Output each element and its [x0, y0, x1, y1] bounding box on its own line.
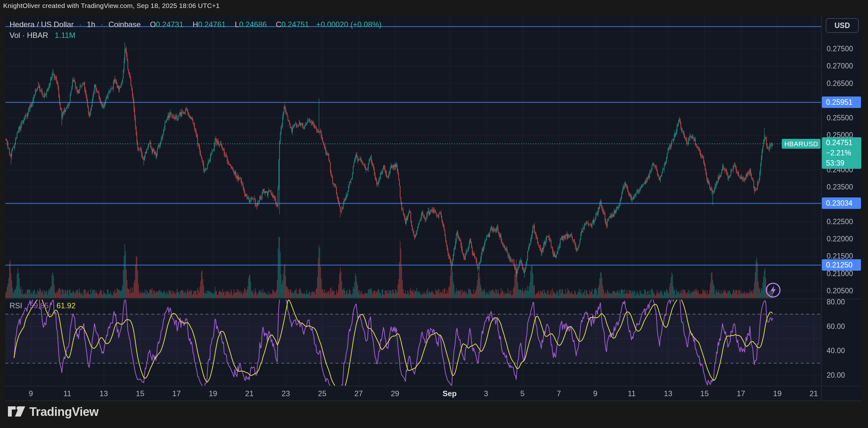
rsi-tick-label: 40.00 [827, 346, 861, 356]
price-line-label: 0.25951 [822, 96, 861, 108]
time-tick-label: 23 [272, 389, 300, 398]
tradingview-snapshot: KnightOliver created with TradingView.co… [0, 0, 868, 428]
time-tick-label: 21 [235, 389, 264, 398]
volume-legend[interactable]: Vol · HBAR 1.11M [9, 31, 75, 40]
interval-label: 1h [87, 20, 95, 29]
attribution-text: KnightOliver created with TradingView.co… [3, 2, 220, 9]
time-tick-label: 17 [162, 389, 191, 398]
bar-countdown: 53:39 [826, 158, 861, 168]
current-price-value: 0.24751 [826, 137, 861, 148]
symbol-price-tag: HBARUSD [782, 139, 820, 149]
rsi-label: RSI [9, 301, 22, 310]
price-tick-label: 0.27500 [827, 44, 861, 54]
price-tick-label: 0.20500 [827, 286, 861, 296]
time-tick-label: 13 [654, 389, 682, 398]
price-tick-label: 0.26500 [827, 79, 861, 88]
volume-value: 1.11M [55, 31, 75, 39]
change-value: +0.00020 (+0.08%) [316, 20, 382, 29]
time-tick-label: 15 [126, 389, 154, 398]
price-line-label: 0.21250 [822, 259, 861, 271]
time-tick-label: 11 [618, 389, 646, 398]
time-tick-label: 13 [89, 389, 118, 398]
price-tick-label: 0.25500 [827, 113, 861, 123]
legend-separator: · [101, 20, 103, 29]
open-key: O [150, 20, 156, 29]
current-price-change: −2.21% [826, 148, 861, 158]
price-tick-label: 0.22000 [827, 234, 861, 244]
price-tick-label: 0.27000 [827, 61, 861, 71]
time-tick-label: 11 [53, 389, 82, 398]
symbol-title: Hedera / US Dollar [9, 20, 73, 29]
price-tick-label: 0.22500 [827, 217, 861, 226]
tradingview-logo-text: TradingView [29, 405, 99, 419]
rsi-tick-label: 80.00 [827, 297, 861, 307]
rsi-tick-label: 20.00 [827, 370, 861, 380]
rsi-tick-label: 60.00 [827, 322, 861, 331]
symbol-legend[interactable]: Hedera / US Dollar · 1h · Coinbase O0.24… [9, 20, 382, 29]
high-value: 0.24761 [198, 20, 226, 29]
time-tick-label: Sep [435, 389, 464, 398]
open-value: 0.24731 [156, 20, 184, 29]
time-tick-label: 29 [381, 389, 409, 398]
time-tick-label: 5 [508, 389, 537, 398]
high-key: H [192, 20, 198, 29]
time-tick-label: 17 [727, 389, 755, 398]
low-key: L [235, 20, 239, 29]
time-tick-label: 19 [763, 389, 792, 398]
time-tick-label: 19 [198, 389, 227, 398]
close-value: 0.24751 [281, 20, 309, 29]
price-line-label: 0.23034 [822, 197, 861, 209]
time-tick-label: 3 [472, 389, 500, 398]
tradingview-logo[interactable]: TradingView [8, 405, 99, 419]
tradingview-mark-icon [8, 406, 26, 418]
time-tick-label: 9 [17, 389, 45, 398]
volume-label: Vol · HBAR [9, 31, 48, 39]
low-value: 0.24686 [239, 20, 267, 29]
exchange-label: Coinbase [108, 20, 141, 29]
time-tick-label: 15 [690, 389, 719, 398]
rsi-legend[interactable]: RSI 59.85 61.92 [9, 301, 75, 310]
close-key: C [276, 20, 281, 29]
rsi-value: 59.85 [30, 301, 49, 310]
currency-toggle-button[interactable]: USD [826, 18, 859, 33]
legend-separator: · [79, 20, 82, 29]
time-tick-label: 27 [344, 389, 373, 398]
current-price-label: 0.24751 −2.21% 53:39 [822, 137, 861, 169]
time-tick-label: 25 [308, 389, 336, 398]
lightning-icon[interactable] [765, 282, 781, 298]
price-tick-label: 0.23500 [827, 182, 861, 192]
time-tick-label: 9 [581, 389, 610, 398]
time-tick-label: 7 [545, 389, 573, 398]
time-tick-label: 21 [800, 389, 828, 398]
rsi-ma-value: 61.92 [56, 301, 75, 310]
price-chart-canvas[interactable] [0, 0, 868, 428]
